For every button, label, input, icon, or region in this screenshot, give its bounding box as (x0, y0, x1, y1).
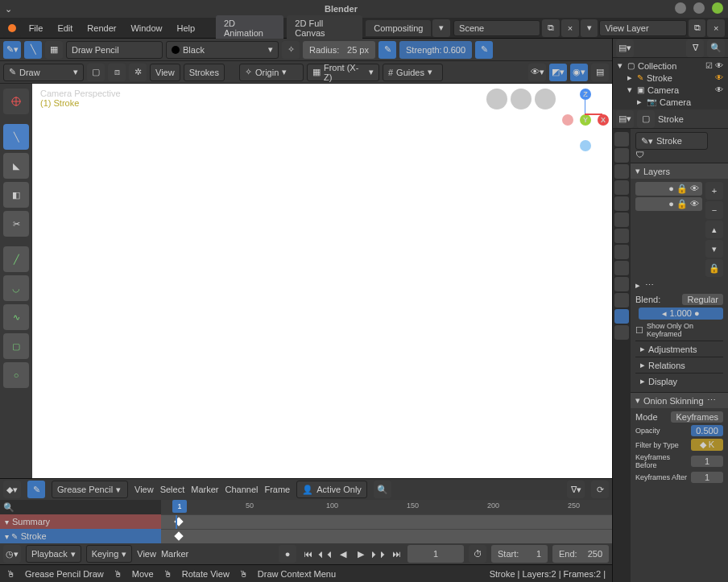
gp-layer-row-2[interactable]: ● 🔒 👁 (635, 197, 702, 211)
outliner-filter-icon[interactable]: ∇ (686, 39, 704, 57)
auto-keying-toggle[interactable]: ● (279, 545, 296, 563)
multiframe-icon[interactable]: ⧈ (108, 64, 126, 81)
scene-name-field[interactable]: Scene (453, 20, 540, 36)
guides-dropdown[interactable]: # Guides ▾ (383, 64, 443, 81)
tl-menu-frame[interactable]: Frame (264, 485, 290, 494)
overlays-toggle[interactable]: 👁▾ (528, 64, 546, 81)
onion-opacity-field[interactable]: 0.500 (691, 425, 723, 436)
gp-mode-dropdown[interactable]: Grease Pencil ▾ (52, 481, 128, 498)
tl2-menu-view[interactable]: View (137, 549, 156, 559)
onion-skin-icon[interactable]: ✲ (129, 64, 147, 81)
filter-active-only[interactable]: 👤 Active Only (296, 481, 367, 498)
frame-start-field[interactable]: Start:1 (491, 545, 548, 563)
tab-viewlayer[interactable] (614, 180, 629, 195)
properties-type-icon[interactable]: ▤▾ (616, 110, 634, 128)
menu-help[interactable]: Help (171, 20, 202, 36)
onion-filter-dropdown[interactable]: ◆ K (691, 439, 723, 451)
strength-pressure-toggle[interactable]: ✎ (475, 41, 493, 59)
outliner-item-camera-data[interactable]: ▸📷 Camera (616, 96, 725, 108)
preview-range-toggle[interactable]: ⏱ (469, 545, 486, 563)
keyfr-before-field[interactable]: 1 (691, 456, 723, 467)
jump-start-button[interactable]: ⏮ (301, 547, 314, 560)
scene-browse-icon[interactable]: ▾ (432, 19, 450, 37)
playhead[interactable]: 1 (172, 500, 187, 513)
autokey-menu-icon[interactable]: ⋯ (645, 280, 654, 291)
layer-isolate-button[interactable]: 🔒 (705, 259, 723, 277)
tl-search-icon[interactable]: 🔍 (374, 481, 391, 498)
brush-name-dropdown[interactable]: Draw Pencil (66, 41, 163, 59)
layer-remove-button[interactable]: − (705, 201, 723, 219)
proportional-toggle[interactable]: ◉▾ (570, 64, 588, 81)
subpanel-display[interactable]: ▸ Display (635, 373, 723, 389)
pin-material-icon[interactable]: ✧ (282, 41, 300, 59)
play-reverse-button[interactable]: ◀ (337, 547, 350, 560)
tab-render[interactable] (614, 148, 629, 163)
viewlayer-new-button[interactable]: ⧉ (689, 19, 706, 37)
os-menu-icon[interactable]: ⌄ (5, 4, 12, 14)
mode-selector[interactable]: ✎▾ (3, 41, 21, 59)
layer-isolate-icon[interactable]: ▢ (87, 64, 105, 81)
radius-field[interactable]: Radius:25 px (303, 41, 375, 59)
tool-draw[interactable]: ╲ (3, 124, 29, 150)
drawing-plane-dropdown[interactable]: ▦ Front (X-Z)▾ (307, 64, 379, 81)
nav-zoom-icon[interactable] (535, 89, 556, 109)
tab-object[interactable] (614, 229, 629, 243)
outliner-search-icon[interactable]: 🔍 (707, 39, 725, 57)
track-summary[interactable] (161, 514, 612, 529)
tab-world[interactable] (614, 213, 629, 227)
options-icon[interactable]: ▤ (591, 64, 609, 81)
tl2-menu-marker[interactable]: Marker (161, 549, 188, 559)
menu-file[interactable]: File (23, 20, 50, 36)
tl-menu-channel[interactable]: Channel (225, 485, 258, 494)
layer-opacity-field[interactable]: ◂ 1.000 ● (639, 308, 723, 320)
radius-pressure-toggle[interactable]: ✎ (378, 41, 396, 59)
window-close-button[interactable] (712, 2, 723, 14)
layer-down-button[interactable]: ▾ (705, 240, 723, 258)
channel-stroke[interactable]: ▾ ✎ Stroke (0, 529, 161, 543)
gp-layer-row-1[interactable]: ● 🔒 👁 (635, 182, 702, 196)
jump-end-button[interactable]: ⏭ (390, 547, 403, 560)
panel-layers-header[interactable]: ▾ Layers (631, 163, 728, 179)
layer-add-button[interactable]: + (705, 182, 723, 200)
subpanel-relations[interactable]: ▸ Relations (635, 357, 723, 373)
layer-up-button[interactable]: ▴ (705, 221, 723, 238)
tab-output[interactable] (614, 164, 629, 179)
window-minimize-button[interactable] (675, 2, 686, 14)
viewlayer-delete-button[interactable]: × (707, 19, 725, 37)
view-menu[interactable]: View (150, 64, 180, 81)
stroke-origin-dropdown[interactable]: ✧ Origin ▾ (239, 64, 304, 81)
play-button[interactable]: ▶ (354, 547, 367, 560)
scene-new-button[interactable]: ⧉ (542, 19, 560, 37)
material-color-dropdown[interactable]: Black▾ (166, 41, 279, 59)
keying-popover[interactable]: Keying ▾ (86, 545, 133, 563)
tl-menu-marker[interactable]: Marker (191, 485, 218, 494)
window-maximize-button[interactable] (693, 2, 705, 14)
keyframe-prev-button[interactable]: ⏴⏴ (319, 547, 332, 560)
nav-camera-icon[interactable] (486, 89, 507, 109)
tool-arc[interactable]: ◡ (3, 275, 29, 301)
editor-type-icon[interactable]: ◆▾ (3, 481, 21, 498)
interaction-mode-dropdown[interactable]: ✎ Draw▾ (3, 64, 84, 81)
onion-mode-dropdown[interactable]: Keyframes (671, 411, 723, 423)
outliner-item-camera[interactable]: ▾▣ Camera👁 (616, 84, 725, 96)
tl-filter-icon[interactable]: ∇▾ (567, 481, 585, 498)
tool-circle[interactable]: ○ (3, 362, 29, 388)
tool-box[interactable]: ▢ (3, 333, 29, 359)
tab-data[interactable] (614, 309, 629, 324)
axis-gizmo[interactable]: Z Y X (565, 89, 606, 153)
tool-erase[interactable]: ◧ (3, 182, 29, 208)
tool-curve[interactable]: ∿ (3, 304, 29, 330)
channel-summary[interactable]: ▾ Summary (0, 514, 161, 529)
tool-cutter[interactable]: ✂ (3, 211, 29, 237)
tool-line[interactable]: ╱ (3, 246, 29, 272)
tl-menu-select[interactable]: Select (160, 485, 185, 494)
keyfr-after-field[interactable]: 1 (691, 472, 723, 483)
viewlayer-name-field[interactable]: View Layer (599, 20, 686, 36)
tl-menu-view[interactable]: View (134, 485, 154, 494)
brush-preview-icon[interactable]: ▦ (45, 41, 63, 59)
current-frame-field[interactable]: 1 (407, 545, 464, 563)
tool-cursor[interactable] (3, 89, 29, 114)
workspace-tab-2d-animation[interactable]: 2D Animation (216, 15, 283, 41)
workspace-tab-2d-full-canvas[interactable]: 2D Full Canvas (287, 15, 362, 41)
subpanel-adjustments[interactable]: ▸ Adjustments (635, 341, 723, 357)
